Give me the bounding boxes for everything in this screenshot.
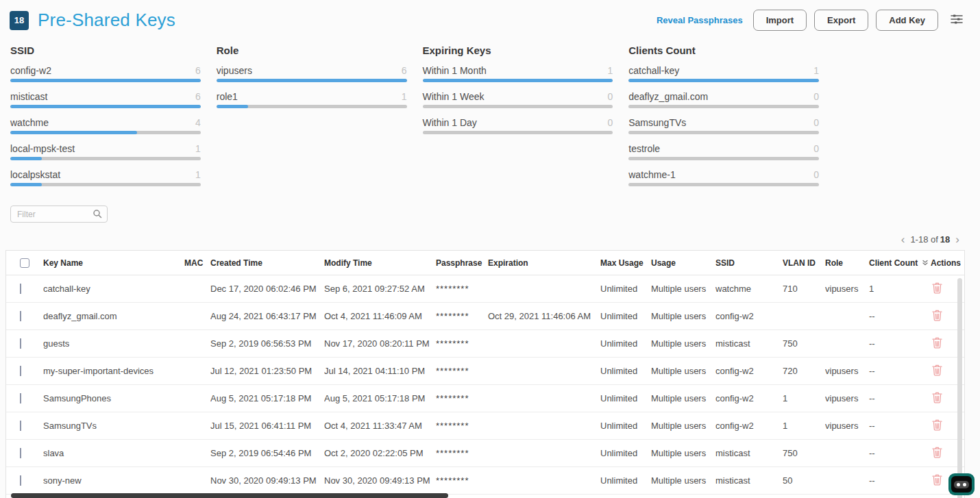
stat-item-count: 0 (813, 91, 819, 102)
stat-bar-item[interactable]: catchall-key 1 (628, 65, 819, 82)
stat-bar-item[interactable]: testrole 0 (628, 143, 819, 160)
table-row[interactable]: guests Sep 2, 2019 06:56:53 PM Nov 17, 2… (6, 330, 964, 358)
table-row[interactable]: slava Sep 2, 2019 06:54:46 PM Oct 2, 202… (6, 440, 964, 467)
stat-column-title: SSID (10, 45, 201, 56)
pagination-prev-button[interactable]: ‹ (901, 234, 905, 245)
stat-bar-track (217, 105, 407, 108)
table-row[interactable]: my-super-important-devices Jul 12, 2021 … (6, 358, 964, 385)
import-button[interactable]: Import (753, 10, 807, 31)
column-header-ssid[interactable]: SSID (715, 258, 783, 268)
stat-bar-item[interactable]: misticast 6 (10, 91, 201, 108)
cell-max-usage: Unlimited (600, 311, 651, 321)
cell-created-time: Jul 12, 2021 01:23:50 PM (210, 366, 324, 376)
delete-key-button[interactable] (931, 418, 944, 434)
stat-bar-fill (217, 105, 248, 108)
stat-bar-track (423, 105, 613, 108)
row-checkbox[interactable] (20, 311, 21, 321)
stat-bar-item[interactable]: deaflyz_gmail.com 0 (628, 91, 819, 108)
vertical-scrollbar[interactable] (957, 278, 962, 498)
stat-bar-item[interactable]: watchme 4 (10, 117, 201, 134)
table-settings-button[interactable] (948, 12, 965, 28)
delete-key-button[interactable] (931, 308, 944, 325)
cell-key-name: SamsungPhones (43, 393, 184, 403)
reveal-passphrases-link[interactable]: Reveal Passphrases (657, 15, 743, 25)
column-header-key-name[interactable]: Key Name (43, 258, 184, 268)
delete-key-button[interactable] (931, 390, 944, 407)
delete-key-button[interactable] (931, 473, 944, 489)
column-header-created-time[interactable]: Created Time (210, 258, 324, 268)
row-checkbox[interactable] (20, 393, 21, 403)
sort-descending-icon[interactable] (922, 260, 929, 266)
add-key-button[interactable]: Add Key (876, 10, 938, 31)
cell-vlan-id: 750 (783, 338, 825, 349)
cell-client-count: -- (869, 393, 931, 403)
cell-modify-time: Jul 14, 2021 04:11:10 PM (324, 366, 436, 376)
cell-max-usage: Unlimited (600, 421, 651, 431)
delete-key-button[interactable] (931, 445, 944, 462)
table-row[interactable]: deaflyz_gmail.com Aug 24, 2021 06:43:17 … (6, 303, 964, 330)
cell-client-count: 1 (869, 284, 931, 294)
table-row[interactable]: sony-new Nov 30, 2020 09:49:13 PM Nov 30… (6, 467, 964, 495)
chat-widget-button[interactable] (948, 473, 975, 495)
search-icon (93, 209, 102, 221)
page-title: Pre-Shared Keys (38, 10, 175, 31)
column-header-expiration[interactable]: Expiration (488, 258, 600, 268)
table-row[interactable]: SamsungPhones Aug 5, 2021 05:17:18 PM Au… (6, 385, 964, 412)
pagination-total: 18 (940, 234, 950, 245)
stat-bar-fill (10, 131, 137, 134)
stat-item-count: 0 (813, 143, 819, 154)
stat-item-label: config-w2 (10, 65, 51, 76)
export-button[interactable]: Export (814, 10, 868, 31)
cell-modify-time: Oct 4, 2021 11:46:09 AM (324, 311, 436, 321)
column-header-client-count[interactable]: Client Count (869, 258, 931, 268)
row-checkbox[interactable] (20, 475, 21, 486)
table-row[interactable]: SamsungTVs Jul 15, 2021 06:41:11 PM Oct … (6, 412, 964, 440)
select-all-checkbox[interactable] (20, 258, 29, 268)
column-header-vlan-id[interactable]: VLAN ID (783, 258, 825, 268)
trash-icon (932, 392, 942, 406)
stat-bar-track (10, 131, 201, 134)
cell-key-name: slava (43, 448, 184, 458)
cell-modify-time: Sep 6, 2021 09:27:52 AM (324, 284, 436, 294)
stat-item-count: 6 (195, 65, 201, 76)
cell-vlan-id: 1 (783, 421, 825, 431)
row-checkbox[interactable] (20, 284, 21, 294)
cell-role: vipusers (825, 284, 869, 294)
cell-created-time: Jul 15, 2021 06:41:11 PM (210, 421, 324, 431)
row-checkbox[interactable] (20, 338, 21, 349)
row-checkbox[interactable] (20, 421, 21, 431)
column-header-max-usage[interactable]: Max Usage (600, 258, 651, 268)
stat-bar-item[interactable]: local-mpsk-test 1 (10, 143, 201, 160)
stat-bar-item[interactable]: localpskstat 1 (10, 169, 201, 186)
stat-bar-item[interactable]: vipusers 6 (217, 65, 407, 82)
column-header-mac[interactable]: MAC (184, 258, 210, 268)
trash-icon (932, 364, 942, 378)
stat-item-count: 1 (813, 65, 819, 76)
column-header-usage[interactable]: Usage (651, 258, 715, 268)
column-header-modify-time[interactable]: Modify Time (324, 258, 436, 268)
stat-bar-item[interactable]: config-w2 6 (10, 65, 201, 82)
cell-client-count: -- (869, 475, 931, 486)
delete-key-button[interactable] (931, 281, 944, 297)
stat-bar-track (10, 105, 201, 108)
stat-bar-item[interactable]: Within 1 Day 0 (423, 117, 613, 134)
cell-max-usage: Unlimited (600, 475, 651, 486)
table-row[interactable]: catchall-key Dec 17, 2020 06:02:46 PM Se… (6, 275, 964, 303)
delete-key-button[interactable] (931, 363, 944, 379)
pagination-next-button[interactable]: › (955, 234, 959, 245)
horizontal-scrollbar-thumb[interactable] (11, 493, 448, 498)
stat-bar-item[interactable]: watchme-1 0 (628, 169, 819, 186)
cell-key-name: my-super-important-devices (43, 366, 184, 376)
stat-bar-item[interactable]: role1 1 (217, 91, 407, 108)
cell-client-count: -- (869, 311, 931, 321)
stat-bar-item[interactable]: Within 1 Month 1 (423, 65, 613, 82)
stat-bar-item[interactable]: SamsungTVs 0 (628, 117, 819, 134)
row-checkbox[interactable] (20, 366, 21, 376)
cell-vlan-id: 720 (783, 366, 825, 376)
column-header-role[interactable]: Role (825, 258, 869, 268)
cell-modify-time: Oct 2, 2020 02:22:05 PM (324, 448, 436, 458)
row-checkbox[interactable] (20, 448, 21, 458)
column-header-passphrase[interactable]: Passphrase (436, 258, 488, 268)
stat-bar-item[interactable]: Within 1 Week 0 (423, 91, 613, 108)
delete-key-button[interactable] (931, 336, 944, 352)
